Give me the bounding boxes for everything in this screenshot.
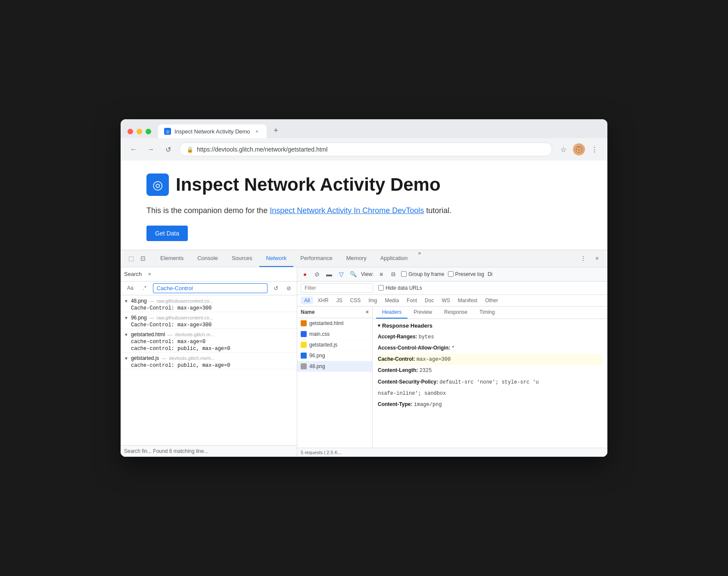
tab-network[interactable]: Network [259,250,294,267]
search-close-button[interactable]: × [145,270,154,279]
profile-avatar[interactable]: 🐵 [573,143,585,155]
tab-favicon-icon [164,128,171,135]
file-name-main-css: main.css [309,331,369,337]
headers-tab-response[interactable]: Response [438,307,473,319]
file-item-48-png[interactable]: 48.png [297,361,372,372]
search-result-filename-js: getstarted.js [131,355,159,361]
search-result-item-96png-cache[interactable]: Cache-Control: max-age=300 [121,322,297,328]
file-name-getstarted-js: getstarted.js [309,342,369,348]
omnibox-bar: ← → ↺ 🔒 https://devtools.glitch.me/netwo… [121,138,607,161]
back-button[interactable]: ← [128,143,140,155]
screenshot-button[interactable]: ▬ [325,270,333,279]
type-filter-media[interactable]: Media [381,297,402,304]
headers-tab-timing[interactable]: Timing [473,307,501,319]
filter-button[interactable]: ▽ [337,270,345,279]
cursor-icon[interactable]: ⬚ [126,253,136,263]
network-filter-input[interactable] [301,283,373,293]
hide-data-urls-checkbox[interactable] [378,285,384,291]
type-filter-manifest[interactable]: Manifest [454,297,481,304]
file-item-main-css[interactable]: main.css [297,329,372,340]
bookmark-button[interactable]: ☆ [557,143,569,155]
search-refresh-button[interactable]: ↺ [271,283,280,293]
headers-tab-headers[interactable]: Headers [376,307,408,319]
search-result-filename-48png: 48.png [131,298,147,304]
more-tabs-button[interactable]: » [414,250,424,267]
devtools-link[interactable]: Inspect Network Activity In Chrome DevTo… [270,206,424,215]
devtools-right-actions: ⋮ × [578,253,602,263]
tab-title: Inspect Network Activity Demo [174,128,250,135]
search-result-group-48png: ▼ 48.png — raw.githubusercontent.co... C… [121,295,297,312]
search-result-url-html: devtools.glitch.m... [175,332,214,337]
tab-console[interactable]: Console [190,250,225,267]
type-filter-all[interactable]: All [301,297,313,304]
record-button[interactable]: ● [301,270,309,279]
browser-window: Inspect Network Activity Demo × + ← → ↺ … [121,119,607,457]
headers-tab-preview[interactable]: Preview [408,307,438,319]
search-result-group-js: ▼ getstarted.js — devtools.glitch.me/n..… [121,353,297,369]
refresh-button[interactable]: ↺ [162,143,174,155]
file-icon-html [301,320,307,326]
device-icon[interactable]: ⊡ [138,253,148,263]
clear-button[interactable]: ⊘ [313,270,321,279]
tab-elements[interactable]: Elements [153,250,190,267]
type-filter-xhr[interactable]: XHR [314,297,332,304]
new-tab-button[interactable]: + [270,124,282,136]
devtools-dots-menu[interactable]: ⋮ [578,253,588,263]
omnibox[interactable]: 🔒 https://devtools.glitch.me/network/get… [179,142,552,156]
headers-panel: Headers Preview Response Timing Response… [373,307,607,448]
close-window-button[interactable] [128,129,133,134]
file-item-getstarted-html[interactable]: getstarted.html [297,318,372,329]
tabs-area: Inspect Network Activity Demo × + [158,124,600,138]
file-icon-js [301,342,307,348]
search-result-arrow-96png: ▼ [124,316,128,320]
search-result-item-js-cache[interactable]: cache-control: public, max-age=0 [121,362,297,369]
devtools-close-button[interactable]: × [592,253,602,263]
devtools-panel-icons: ⬚ ⊡ [126,253,148,263]
maximize-window-button[interactable] [146,129,151,134]
search-result-sep-js: — [162,356,166,361]
tab-memory[interactable]: Memory [339,250,373,267]
type-filter-img[interactable]: Img [365,297,380,304]
type-filter-ws[interactable]: WS [438,297,453,304]
type-filter-css[interactable]: CSS [347,297,364,304]
search-result-group-96png: ▼ 96.png — raw.githubusercontent.co... C… [121,312,297,329]
tab-sources[interactable]: Sources [225,250,259,267]
search-result-header-js: ▼ getstarted.js — devtools.glitch.me/n..… [121,353,297,362]
menu-button[interactable]: ⋮ [588,143,600,155]
file-list-close-button[interactable]: × [366,309,369,315]
devtools-toolbar: ⬚ ⊡ Elements Console Sources Network Per… [121,250,607,267]
file-name-96-png: 96.png [309,353,369,359]
type-filter-font[interactable]: Font [403,297,420,304]
search-button[interactable]: 🔍 [349,270,358,279]
type-filter-other[interactable]: Other [482,297,501,304]
search-filter-input[interactable] [153,283,268,293]
search-result-item-48png-cache[interactable]: Cache-Control: max-age=300 [121,305,297,312]
page-title: Inspect Network Activity Demo [176,174,441,195]
search-panel: Search × Aa .* ↺ ⊘ ▼ 48.png [121,267,297,457]
list-view-button[interactable]: ≡ [377,270,386,279]
search-result-item-html-cache1[interactable]: cache-control: max-age=0 [121,338,297,345]
type-filter-doc[interactable]: Doc [421,297,437,304]
tab-close-button[interactable]: × [254,128,261,135]
search-status: Search fin... Found 6 matching line... [121,445,297,457]
tab-performance[interactable]: Performance [293,250,339,267]
search-result-item-html-cache2[interactable]: cache-control: public, max-age=0 [121,345,297,352]
type-filter-js[interactable]: JS [333,297,346,304]
search-result-group-html: ▼ getstarted.html — devtools.glitch.m...… [121,329,297,353]
minimize-window-button[interactable] [137,129,142,134]
search-cancel-button[interactable]: ⊘ [284,283,293,293]
browser-tab[interactable]: Inspect Network Activity Demo × [158,124,267,138]
tab-application[interactable]: Application [373,250,415,267]
search-result-arrow-48png: ▼ [124,299,128,303]
search-case-sensitive-button[interactable]: Aa [124,284,137,292]
forward-button[interactable]: → [145,143,157,155]
search-result-url-96png: raw.githubusercontent.co... [157,315,213,320]
search-regex-button[interactable]: .* [140,284,149,292]
group-by-frame-checkbox[interactable] [401,271,407,277]
file-item-getstarted-js[interactable]: getstarted.js [297,340,372,350]
file-item-96-png[interactable]: 96.png [297,350,372,361]
preserve-log-checkbox[interactable] [448,271,454,277]
get-data-button[interactable]: Get Data [146,226,188,241]
omnibox-actions: ☆ 🐵 ⋮ [557,143,600,155]
tree-view-button[interactable]: ⊟ [389,270,398,279]
